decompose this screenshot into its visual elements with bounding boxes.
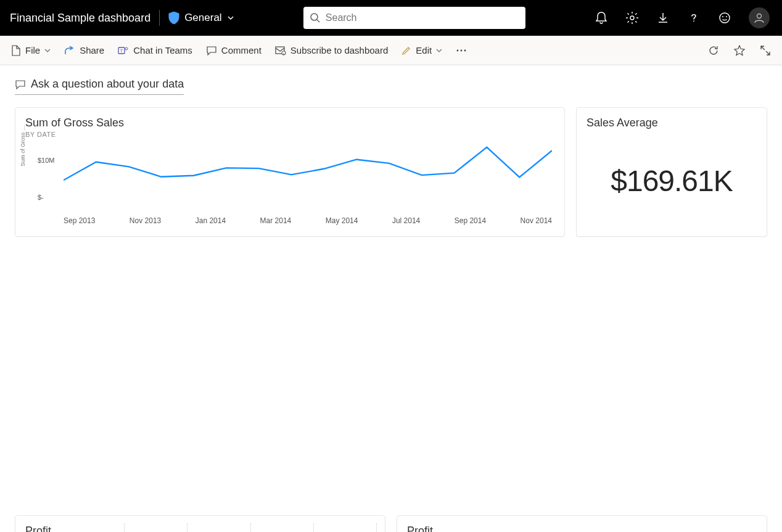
subscribe-icon: +	[275, 46, 286, 55]
settings-icon[interactable]	[625, 11, 639, 25]
tile-subtitle: BY DATE	[25, 131, 554, 138]
file-menu[interactable]: File	[11, 45, 51, 56]
chat-label: Chat in Teams	[133, 45, 192, 55]
header-divider	[159, 10, 160, 26]
svg-point-14	[461, 49, 463, 51]
svg-point-5	[726, 16, 727, 17]
search-container	[243, 7, 586, 29]
x-tick: Nov 2014	[521, 216, 552, 225]
file-label: File	[25, 45, 40, 55]
command-bar: File Share T Chat in Teams Comment + Sub…	[0, 36, 782, 65]
account-avatar[interactable]	[749, 7, 770, 28]
dashboard-row-1: Sum of Gross Sales BY DATE Sum of Gross …	[0, 99, 782, 515]
comment-icon	[206, 46, 217, 55]
header-actions	[595, 7, 773, 28]
qna-placeholder: Ask a question about your data	[31, 78, 184, 91]
x-tick: Sep 2013	[64, 216, 95, 225]
svg-point-6	[757, 14, 762, 18]
x-tick: Mar 2014	[260, 216, 292, 225]
svg-point-4	[722, 16, 723, 17]
edit-menu[interactable]: Edit	[401, 45, 442, 55]
refresh-button[interactable]	[708, 45, 719, 56]
line-chart: Sum of Gross … $10M $- Sep 2013Nov 2013J…	[25, 142, 554, 225]
tile-title: Sum of Gross Sales	[25, 117, 554, 129]
svg-point-3	[720, 13, 730, 23]
svg-line-1	[317, 20, 319, 22]
tile-gross-sales-line[interactable]: Sum of Gross Sales BY DATE Sum of Gross …	[15, 107, 565, 237]
line-plot	[64, 144, 552, 203]
ellipsis-icon	[456, 49, 467, 52]
chevron-down-icon	[44, 47, 51, 54]
favorite-button[interactable]	[734, 45, 745, 56]
share-icon	[64, 46, 75, 55]
download-icon[interactable]	[656, 11, 670, 25]
command-bar-right	[708, 45, 771, 56]
svg-text:T: T	[120, 48, 123, 54]
pencil-icon	[401, 46, 411, 55]
svg-point-2	[630, 16, 634, 20]
expand-icon	[760, 45, 771, 56]
x-tick: May 2014	[326, 216, 358, 225]
svg-point-15	[464, 49, 466, 51]
chevron-down-icon	[436, 47, 442, 54]
svg-point-9	[125, 47, 128, 50]
svg-point-13	[457, 49, 459, 51]
svg-text:+: +	[282, 51, 285, 55]
subscribe-button[interactable]: + Subscribe to dashboard	[275, 45, 388, 55]
tile-title: Profit	[407, 525, 757, 532]
y-tick: $10M	[38, 157, 55, 164]
page-title: Financial Sample dashboard	[9, 12, 150, 25]
qna-row: Ask a question about your data	[0, 65, 782, 99]
y-axis-label: Sum of Gross …	[20, 125, 26, 166]
shield-icon	[168, 12, 179, 24]
share-label: Share	[80, 45, 104, 55]
notifications-icon[interactable]	[595, 11, 608, 25]
x-tick: Jul 2014	[392, 216, 420, 225]
comment-button[interactable]: Comment	[206, 45, 261, 55]
star-icon	[734, 45, 745, 56]
feedback-icon[interactable]	[718, 11, 731, 25]
comment-label: Comment	[221, 45, 261, 55]
tile-title: Sales Average	[586, 117, 757, 129]
tile-title: Profit	[25, 525, 375, 532]
chat-icon	[15, 80, 26, 89]
edit-label: Edit	[416, 45, 432, 55]
chevron-down-icon	[227, 14, 234, 22]
fullscreen-button[interactable]	[760, 45, 771, 56]
chat-teams-button[interactable]: T Chat in Teams	[118, 45, 192, 55]
kpi-value: $169.61K	[586, 164, 757, 198]
subscribe-label: Subscribe to dashboard	[290, 45, 388, 55]
x-ticks: Sep 2013Nov 2013Jan 2014Mar 2014May 2014…	[64, 216, 552, 225]
tile-sales-average-kpi[interactable]: Sales Average $169.61K	[576, 107, 767, 237]
teams-icon: T	[118, 46, 129, 55]
more-options-button[interactable]	[456, 49, 467, 52]
search-icon	[310, 12, 321, 23]
x-tick: Sep 2014	[455, 216, 486, 225]
file-icon	[11, 45, 21, 56]
search-input[interactable]	[326, 12, 519, 23]
dashboard-row-2: Profit BY COUNTRY Country FranceGermanyC…	[0, 515, 782, 532]
x-tick: Jan 2014	[196, 216, 226, 225]
help-icon[interactable]	[687, 11, 701, 25]
tile-profit-bar[interactable]: Profit BY COUNTRY Country FranceGermanyC…	[15, 515, 385, 532]
qna-input[interactable]: Ask a question about your data	[15, 76, 184, 95]
refresh-icon	[708, 45, 719, 56]
x-tick: Nov 2013	[130, 216, 161, 225]
search-box[interactable]	[303, 7, 525, 29]
y-tick: $-	[38, 194, 44, 201]
share-button[interactable]: Share	[64, 45, 104, 55]
app-header: Financial Sample dashboard General	[0, 0, 782, 36]
tile-profit-map[interactable]: Profit BY COUNTRY NORTH AMERICA EUROPE A…	[397, 515, 767, 532]
sensitivity-label: General	[184, 12, 221, 24]
svg-point-0	[311, 14, 318, 20]
sensitivity-dropdown[interactable]: General	[168, 12, 234, 24]
